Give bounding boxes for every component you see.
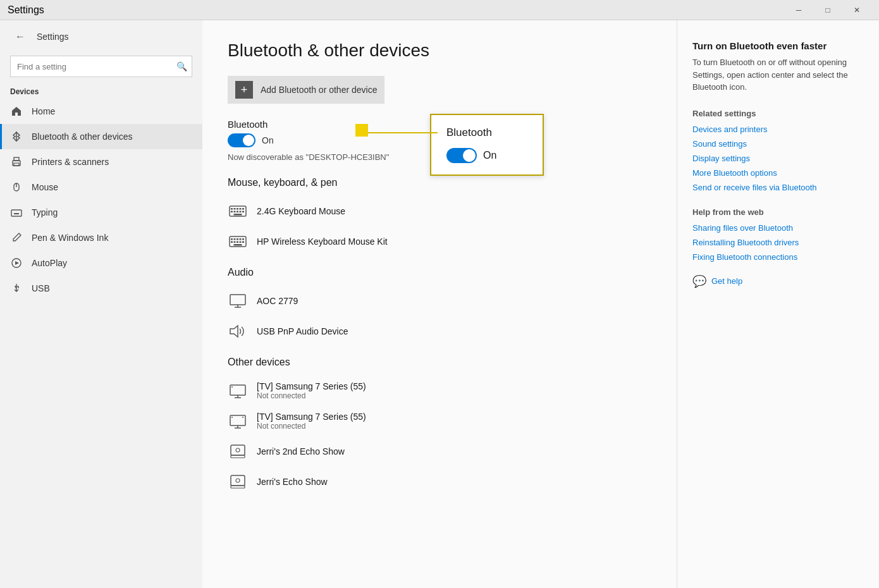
sidebar-item-typing[interactable]: Typing: [0, 200, 202, 225]
device-name: HP Wireless Keyboard Mouse Kit: [257, 236, 388, 247]
svg-rect-24: [234, 214, 242, 216]
sidebar-item-bluetooth[interactable]: Bluetooth & other devices: [0, 124, 202, 149]
related-link-bluetooth-options[interactable]: More Bluetooth options: [692, 168, 864, 178]
svg-rect-27: [234, 238, 236, 240]
monitor-device-icon: [228, 291, 248, 311]
popup-toggle-row: On: [446, 148, 527, 163]
help-link-sharing[interactable]: Sharing files over Bluetooth: [692, 223, 864, 233]
speaker-device-icon: [228, 321, 248, 341]
sidebar-item-home[interactable]: Home: [0, 99, 202, 124]
mouse-icon: [10, 181, 23, 193]
device-item: USB PnP Audio Device: [228, 316, 651, 346]
svg-rect-53: [231, 475, 245, 486]
keyboard-icon: [10, 206, 23, 219]
sidebar-item-usb-label: USB: [32, 283, 50, 293]
popup-title: Bluetooth: [446, 126, 527, 139]
sidebar-item-pen-label: Pen & Windows Ink: [32, 233, 108, 243]
device-name: Jerri's Echo Show: [257, 477, 328, 487]
help-section: Help from the web Sharing files over Blu…: [692, 207, 864, 262]
autoplay-icon: [10, 257, 23, 269]
bluetooth-icon: [10, 130, 23, 143]
svg-rect-14: [231, 208, 233, 210]
svg-rect-36: [234, 244, 242, 246]
svg-rect-19: [231, 211, 233, 213]
bluetooth-toggle-state: On: [262, 135, 274, 145]
device-item: [TV] Samsung 7 Series (55) Not connected: [228, 376, 651, 406]
svg-rect-16: [237, 208, 238, 210]
sidebar-app-title: Settings: [37, 32, 69, 42]
pen-icon: [10, 231, 23, 244]
titlebar-controls: ─ □ ✕: [784, 0, 871, 20]
popup-toggle-label: On: [483, 150, 496, 161]
device-item: AOC 2779: [228, 286, 651, 316]
related-link-devices-printers[interactable]: Devices and printers: [692, 125, 864, 134]
svg-rect-50: [231, 445, 245, 455]
section-mouse-keyboard: Mouse, keyboard, & pen 2.4G Keyboard Mou…: [228, 177, 651, 257]
titlebar-left: Settings: [8, 4, 44, 16]
back-button[interactable]: ←: [10, 27, 30, 47]
content-area: Bluetooth & other devices + Add Bluetoot…: [202, 20, 677, 588]
svg-rect-1: [14, 157, 19, 161]
device-name: 2.4G Keyboard Mouse: [257, 206, 345, 216]
related-link-sound[interactable]: Sound settings: [692, 139, 864, 149]
device-info: USB PnP Audio Device: [257, 326, 348, 336]
home-icon: [10, 105, 23, 118]
minimize-button[interactable]: ─: [784, 0, 813, 20]
device-status: Not connected: [257, 391, 366, 400]
sidebar-item-mouse[interactable]: Mouse: [0, 175, 202, 200]
svg-rect-31: [231, 242, 233, 243]
sidebar: ← Settings 🔍 Devices Home Bluetooth & ot…: [0, 20, 202, 588]
usb-icon: [10, 282, 23, 295]
related-link-send-receive[interactable]: Send or receive files via Bluetooth: [692, 183, 864, 192]
svg-rect-29: [240, 238, 242, 240]
page-title: Bluetooth & other devices: [228, 40, 651, 61]
bluetooth-popup-box: Bluetooth On: [430, 114, 544, 176]
search-input[interactable]: [10, 56, 192, 77]
sidebar-item-bluetooth-label: Bluetooth & other devices: [32, 132, 133, 142]
device-name: Jerri's 2nd Echo Show: [257, 446, 345, 456]
add-device-button[interactable]: + Add Bluetooth or other device: [228, 76, 384, 104]
svg-rect-28: [237, 238, 238, 240]
help-label: Help from the web: [692, 207, 864, 217]
popup-toggle-knob: [463, 149, 476, 162]
sidebar-item-home-label: Home: [32, 106, 55, 116]
sidebar-item-autoplay[interactable]: AutoPlay: [0, 250, 202, 276]
svg-marker-12: [15, 261, 19, 265]
svg-rect-22: [240, 211, 242, 213]
popup-toggle-switch[interactable]: [446, 148, 477, 163]
svg-rect-26: [231, 238, 233, 240]
help-link-reinstalling[interactable]: Reinstalling Bluetooth drivers: [692, 238, 864, 247]
maximize-button[interactable]: □: [813, 0, 842, 20]
device-info: 2.4G Keyboard Mouse: [257, 206, 345, 216]
sidebar-nav-top: ← Settings: [0, 20, 202, 53]
sidebar-item-usb[interactable]: USB: [0, 276, 202, 301]
device-item: HP Wireless Keyboard Mouse Kit: [228, 226, 651, 257]
titlebar-title: Settings: [8, 4, 44, 16]
svg-rect-15: [234, 208, 236, 210]
svg-point-49: [242, 417, 243, 418]
help-link-fixing[interactable]: Fixing Bluetooth connections: [692, 252, 864, 262]
sidebar-search-container: 🔍: [10, 56, 192, 77]
svg-rect-33: [237, 242, 238, 243]
keyboard-device-icon-2: [228, 231, 248, 252]
device-info: [TV] Samsung 7 Series (55) Not connected: [257, 412, 366, 431]
svg-marker-40: [230, 326, 238, 337]
device-item: 2.4G Keyboard Mouse: [228, 196, 651, 226]
section-header-mouse: Mouse, keyboard, & pen: [228, 177, 651, 188]
tv-device-icon: [228, 381, 248, 401]
close-button[interactable]: ✕: [842, 0, 871, 20]
get-help-icon: 💬: [692, 274, 706, 288]
get-help-link[interactable]: Get help: [711, 276, 742, 286]
device-info: AOC 2779: [257, 296, 298, 306]
section-other-devices: Other devices [TV] Samsung 7 Series (55)…: [228, 357, 651, 497]
bluetooth-toggle[interactable]: [228, 133, 255, 147]
svg-rect-21: [237, 211, 238, 213]
sidebar-item-pen[interactable]: Pen & Windows Ink: [0, 225, 202, 250]
echo-show-icon-2: [228, 472, 248, 492]
svg-rect-37: [230, 295, 245, 305]
related-link-display[interactable]: Display settings: [692, 154, 864, 163]
svg-rect-20: [234, 211, 236, 213]
svg-rect-35: [242, 242, 244, 243]
add-icon: +: [235, 81, 253, 99]
sidebar-item-printers[interactable]: Printers & scanners: [0, 149, 202, 175]
